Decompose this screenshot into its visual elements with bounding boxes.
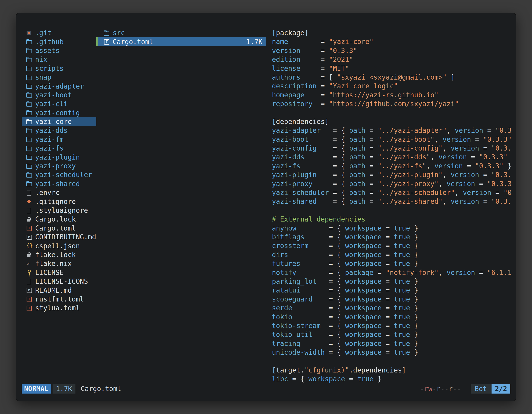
folder-icon <box>26 154 32 160</box>
dir-row-snap[interactable]: snap <box>22 73 96 82</box>
file-row-Cargo.toml[interactable]: Cargo.toml1.7K <box>96 37 266 46</box>
folder-icon <box>26 65 32 71</box>
preview-line: scopeguard = { workspace = true } <box>272 295 513 304</box>
entry-name: yazi-shared <box>35 180 80 188</box>
preview-line: ratatui = { workspace = true } <box>272 286 513 295</box>
dir-row-assets[interactable]: assets <box>22 46 96 55</box>
preview-line: license = "MIT" <box>272 64 513 73</box>
dir-row-yazi-cli[interactable]: yazi-cli <box>22 99 96 108</box>
mode-badge: NORMAL <box>22 384 51 394</box>
md-icon <box>26 234 32 240</box>
folder-icon <box>26 172 32 178</box>
entry-name: yazi-cli <box>35 100 68 108</box>
folder-icon <box>26 110 32 116</box>
file-row-flake.lock[interactable]: flake.lock <box>22 250 96 259</box>
dir-row-yazi-boot[interactable]: yazi-boot <box>22 91 96 99</box>
entry-name: stylua.toml <box>35 304 80 312</box>
item-counter-badge: 2/2 <box>492 384 510 394</box>
dir-row-yazi-config[interactable]: yazi-config <box>22 108 96 117</box>
entry-name: yazi-scheduler <box>35 171 92 179</box>
file-row-flake.nix[interactable]: flake.nix <box>22 259 96 268</box>
entry-name: yazi-adapter <box>35 82 84 90</box>
file-row-LICENSE[interactable]: LICENSE <box>22 268 96 277</box>
dir-row-.git[interactable]: .git <box>22 29 96 37</box>
entry-name: CONTRIBUTING.md <box>35 233 96 241</box>
preview-line: yazi-boot = { path = "../yazi-boot", ver… <box>272 135 513 144</box>
preview-line <box>272 206 513 215</box>
folder-icon <box>26 48 32 54</box>
preview-line: # External dependencies <box>272 215 513 223</box>
entry-name: Cargo.toml <box>113 38 153 46</box>
dir-row-.github[interactable]: .github <box>22 37 96 46</box>
entry-name: yazi-fs <box>35 144 64 152</box>
folder-icon <box>26 127 32 134</box>
preview-line: tokio-util = { workspace = true } <box>272 330 513 339</box>
preview-line: futures = { workspace = true } <box>272 259 513 268</box>
preview-line: tokio-stream = { workspace = true } <box>272 321 513 330</box>
dir-row-yazi-shared[interactable]: yazi-shared <box>22 179 96 188</box>
folder-icon <box>26 83 32 89</box>
file-row-.gitignore[interactable]: .gitignore <box>22 197 96 206</box>
file-row-Cargo.toml[interactable]: Cargo.toml <box>22 224 96 232</box>
file-row-cspell.json[interactable]: cspell.json <box>22 241 96 250</box>
file-row-.styluaignore[interactable]: .styluaignore <box>22 206 96 215</box>
entry-name: .styluaignore <box>35 206 88 214</box>
terminal-window: .git.githubassetsnixscriptssnapyazi-adap… <box>16 13 516 401</box>
dir-row-yazi-proxy[interactable]: yazi-proxy <box>22 162 96 170</box>
file-row-CONTRIBUTING.md[interactable]: CONTRIBUTING.md <box>22 232 96 241</box>
preview-line: tracing = { workspace = true } <box>272 339 513 348</box>
entry-name: yazi-dds <box>35 126 68 135</box>
preview-line: yazi-config = { path = "../yazi-config",… <box>272 144 513 153</box>
preview-line: description = "Yazi core logic" <box>272 82 513 90</box>
file-permissions: -rw-r--r-- <box>420 384 461 394</box>
folder-icon <box>26 145 32 151</box>
file-row-stylua.toml[interactable]: stylua.toml <box>22 304 96 312</box>
preview-line: [package] <box>272 29 513 37</box>
entry-name: cspell.json <box>35 242 80 250</box>
lock-icon <box>26 251 32 258</box>
preview-line: serde = { workspace = true } <box>272 304 513 312</box>
entry-name: yazi-fm <box>35 135 64 143</box>
dir-row-yazi-scheduler[interactable]: yazi-scheduler <box>22 170 96 179</box>
folder-icon <box>26 92 32 98</box>
dir-row-yazi-core[interactable]: yazi-core <box>22 117 96 126</box>
file-row-rustfmt.toml[interactable]: rustfmt.toml <box>22 295 96 304</box>
preview-pane: [package]name = "yazi-core"version = "0.… <box>272 29 513 383</box>
preview-line: repository = "https://github.com/sxyazi/… <box>272 99 513 108</box>
entry-name: scripts <box>35 64 64 72</box>
preview-line: [dependencies] <box>272 117 513 126</box>
nix-icon <box>26 260 32 267</box>
dir-row-scripts[interactable]: scripts <box>22 64 96 73</box>
file-row-README.md[interactable]: README.md <box>22 286 96 295</box>
entry-name: .envrc <box>35 189 59 197</box>
preview-line: edition = "2021" <box>272 55 513 64</box>
file-row-Cargo.lock[interactable]: Cargo.lock <box>22 215 96 223</box>
preview-line <box>272 108 513 117</box>
file-row-.envrc[interactable]: .envrc <box>22 188 96 197</box>
scroll-position-badge: Bot <box>471 384 491 394</box>
dir-row-src[interactable]: src <box>96 29 266 37</box>
folder-icon <box>26 74 32 80</box>
dir-row-nix[interactable]: nix <box>22 55 96 64</box>
dir-row-yazi-plugin[interactable]: yazi-plugin <box>22 153 96 161</box>
toml-icon <box>104 39 110 45</box>
dir-row-yazi-adapter[interactable]: yazi-adapter <box>22 82 96 90</box>
dir-row-yazi-fm[interactable]: yazi-fm <box>22 135 96 144</box>
preview-line: unicode-width = { workspace = true } <box>272 348 513 357</box>
entry-name: LICENSE <box>35 269 64 277</box>
folder-icon <box>26 101 32 107</box>
file-size-badge: 1.7K <box>53 384 75 394</box>
entry-name: yazi-config <box>35 109 80 117</box>
entry-name: yazi-proxy <box>35 162 76 170</box>
entry-name: snap <box>35 73 51 81</box>
entry-name: yazi-plugin <box>35 153 80 161</box>
md-icon <box>26 287 32 293</box>
dir-row-yazi-dds[interactable]: yazi-dds <box>22 126 96 135</box>
entry-name: LICENSE-ICONS <box>35 277 88 285</box>
preview-line <box>272 357 513 366</box>
current-directory-pane: srcCargo.toml1.7K <box>96 29 266 383</box>
preview-line: anyhow = { workspace = true } <box>272 224 513 232</box>
dir-row-yazi-fs[interactable]: yazi-fs <box>22 144 96 153</box>
file-row-LICENSE-ICONS[interactable]: LICENSE-ICONS <box>22 277 96 286</box>
preview-line: yazi-shared = { path = "../yazi-shared",… <box>272 197 513 206</box>
